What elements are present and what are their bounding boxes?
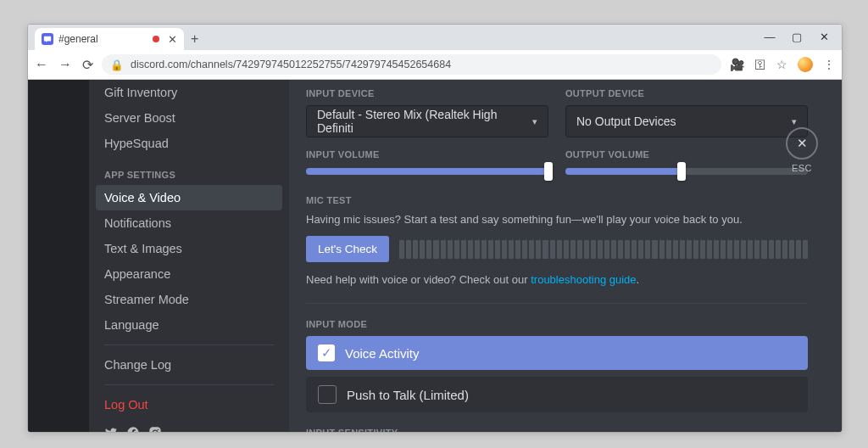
forward-button[interactable]: → (58, 57, 72, 73)
mic-test-label: MIC TEST (306, 195, 808, 205)
server-bar (28, 80, 89, 432)
tab-title: #general (58, 33, 98, 45)
nav-buttons: ← → ⟳ (35, 57, 93, 73)
troubleshooting-link[interactable]: troubleshooting guide (531, 273, 636, 286)
output-device-select[interactable]: No Output Devices ▾ (565, 105, 808, 137)
input-device-value: Default - Stereo Mix (Realtek High Defin… (317, 108, 532, 135)
sidebar-item-changelog[interactable]: Change Log (96, 352, 282, 378)
esc-label: ESC (786, 163, 818, 173)
browser-toolbar: ← → ⟳ 🔒 discord.com/channels/74297974501… (28, 50, 842, 80)
tab-strip: #general ✕ + (28, 25, 198, 50)
social-links (96, 417, 282, 432)
close-settings: ✕ ESC (786, 127, 818, 173)
maximize-button[interactable]: ▢ (789, 31, 804, 43)
mic-test-help: Having mic issues? Start a test and say … (306, 212, 808, 227)
close-settings-button[interactable]: ✕ (786, 127, 818, 160)
url-text: discord.com/channels/742979745012252755/… (131, 59, 451, 70)
sidebar-item-streamer-mode[interactable]: Streamer Mode (96, 287, 282, 312)
sidebar-header-app-settings: APP SETTINGS (96, 156, 282, 185)
facebook-icon[interactable] (126, 426, 140, 432)
back-button[interactable]: ← (35, 57, 48, 73)
output-volume-slider[interactable] (565, 168, 808, 175)
browser-window: #general ✕ + — ▢ ✕ ← → ⟳ 🔒 discord.com/c… (27, 24, 843, 433)
input-device-label: INPUT DEVICE (306, 88, 548, 98)
sidebar-item-language[interactable]: Language (96, 312, 282, 338)
sidebar-item-appearance[interactable]: Appearance (96, 261, 282, 287)
output-device-label: OUTPUT DEVICE (565, 88, 808, 98)
recording-indicator (153, 36, 159, 42)
sidebar-item-logout[interactable]: Log Out (96, 392, 282, 417)
menu-icon[interactable]: ⋮ (823, 58, 835, 71)
sidebar-item-server-boost[interactable]: Server Boost (96, 105, 282, 131)
reload-button[interactable]: ⟳ (82, 57, 93, 73)
key-icon[interactable]: ⚿ (754, 58, 766, 71)
address-bar[interactable]: 🔒 discord.com/channels/74297974501225275… (102, 54, 721, 75)
sidebar-divider (104, 344, 274, 345)
profile-avatar[interactable] (798, 57, 813, 72)
window-controls: — ▢ ✕ (762, 31, 837, 50)
chevron-down-icon: ▾ (792, 116, 797, 127)
instagram-icon[interactable] (148, 426, 162, 432)
toolbar-right: 🎥 ⚿ ☆ ⋮ (730, 57, 835, 72)
input-mode-voice-activity[interactable]: ✓ Voice Activity (306, 336, 808, 370)
sidebar-item-hypesquad[interactable]: HypeSquad (96, 131, 282, 156)
bookmark-star-icon[interactable]: ☆ (776, 58, 787, 71)
sidebar-item-notifications[interactable]: Notifications (96, 210, 282, 236)
divider (306, 303, 808, 304)
sidebar-item-gift-inventory[interactable]: Gift Inventory (96, 80, 282, 105)
sidebar-item-text-images[interactable]: Text & Images (96, 236, 282, 261)
input-volume-label: INPUT VOLUME (306, 149, 548, 160)
titlebar: #general ✕ + — ▢ ✕ (28, 25, 842, 50)
input-mode-label: INPUT MODE (306, 319, 808, 329)
input-mode-push-to-talk[interactable]: Push to Talk (Limited) (306, 377, 808, 412)
browser-tab[interactable]: #general ✕ (35, 28, 184, 50)
settings-sidebar: Gift Inventory Server Boost HypeSquad AP… (89, 80, 289, 432)
settings-main: INPUT DEVICE Default - Stereo Mix (Realt… (289, 80, 842, 432)
output-volume-label: OUTPUT VOLUME (565, 149, 808, 160)
sidebar-divider (104, 384, 274, 385)
input-volume-slider[interactable] (306, 168, 548, 175)
lets-check-button[interactable]: Let's Check (306, 236, 389, 262)
close-tab-button[interactable]: ✕ (168, 33, 177, 46)
minimize-button[interactable]: — (762, 31, 777, 43)
mic-level-meter (399, 240, 808, 259)
input-sensitivity-label: INPUT SENSITIVITY (306, 428, 808, 432)
chevron-down-icon: ▾ (532, 116, 537, 127)
close-window-button[interactable]: ✕ (816, 31, 832, 43)
sidebar-item-voice-video[interactable]: Voice & Video (96, 185, 282, 210)
new-tab-button[interactable]: + (191, 31, 198, 50)
checkbox-checked-icon: ✓ (318, 344, 335, 361)
twitter-icon[interactable] (104, 426, 118, 432)
discord-app: Gift Inventory Server Boost HypeSquad AP… (28, 80, 842, 432)
mic-test-row: Let's Check (306, 236, 808, 262)
voice-activity-label: Voice Activity (345, 346, 420, 361)
checkbox-unchecked-icon (318, 385, 337, 404)
troubleshoot-text: Need help with voice or video? Check out… (306, 272, 808, 288)
camera-icon[interactable]: 🎥 (730, 58, 744, 71)
discord-favicon (42, 33, 53, 45)
input-device-select[interactable]: Default - Stereo Mix (Realtek High Defin… (306, 105, 548, 137)
lock-icon: 🔒 (110, 59, 124, 71)
output-device-value: No Output Devices (576, 115, 676, 128)
push-to-talk-label: Push to Talk (Limited) (347, 388, 469, 402)
